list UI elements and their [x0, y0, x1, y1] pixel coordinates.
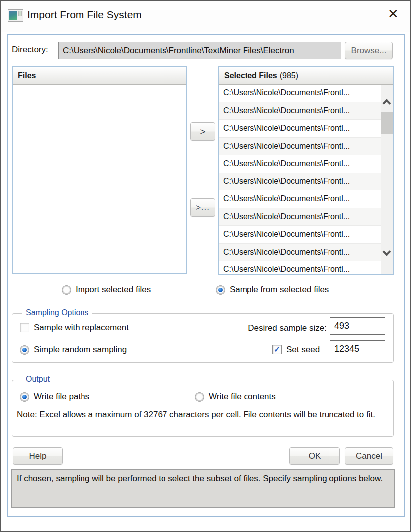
- seed-input[interactable]: [330, 340, 385, 357]
- selected-list-header: Selected Files (985): [219, 67, 393, 85]
- window-title: Import From File System: [27, 9, 142, 21]
- list-item[interactable]: C:\Users\Nicole\Documents\Frontl...: [219, 155, 381, 173]
- scrollbar-thumb[interactable]: [381, 112, 393, 134]
- files-list[interactable]: Files: [12, 66, 187, 274]
- selected-header-label: Selected Files: [224, 71, 277, 80]
- output-title: Output: [22, 375, 53, 384]
- close-icon[interactable]: ✕: [388, 7, 399, 20]
- files-header-label: Files: [18, 71, 36, 80]
- selected-header-count: (985): [280, 71, 298, 80]
- check-icon: ✓: [274, 346, 280, 354]
- app-icon-pane-small: [18, 11, 22, 16]
- header-corner-cell: [381, 67, 393, 84]
- write-file-contents-label[interactable]: Write file contents: [209, 392, 276, 402]
- directory-input[interactable]: [58, 42, 341, 59]
- status-message: If chosen, sampling will be performed to…: [11, 469, 395, 508]
- list-item[interactable]: C:\Users\Nicole\Documents\Frontl...: [219, 208, 381, 226]
- list-item[interactable]: C:\Users\Nicole\Documents\Frontl...: [219, 138, 381, 156]
- list-item[interactable]: C:\Users\Nicole\Documents\Frontl...: [219, 261, 381, 274]
- sample-from-selected-radio[interactable]: [216, 285, 225, 295]
- list-item[interactable]: C:\Users\Nicole\Documents\Frontl...: [219, 120, 381, 138]
- sample-with-replacement-checkbox[interactable]: [20, 323, 29, 332]
- selected-list-body[interactable]: C:\Users\Nicole\Documents\Frontl...C:\Us…: [219, 85, 393, 274]
- scrollbar[interactable]: [381, 85, 393, 274]
- list-item[interactable]: C:\Users\Nicole\Documents\Frontl...: [219, 85, 381, 102]
- files-list-header: Files: [13, 67, 186, 85]
- excel-note: Note: Excel allows a maximum of 32767 ch…: [17, 409, 382, 421]
- list-item[interactable]: C:\Users\Nicole\Documents\Frontl...: [219, 226, 381, 244]
- move-all-button[interactable]: >...: [190, 198, 215, 217]
- scroll-up-icon[interactable]: [383, 99, 391, 108]
- desired-sample-size-label: Desired sample size:: [232, 323, 327, 333]
- move-selected-button[interactable]: >: [190, 122, 215, 141]
- cancel-button[interactable]: Cancel: [345, 447, 393, 465]
- write-file-paths-label[interactable]: Write file paths: [34, 392, 89, 402]
- import-dialog: Import From File System ✕ Directory: Bro…: [0, 0, 411, 532]
- files-list-body[interactable]: [13, 85, 186, 273]
- set-seed-label[interactable]: Set seed: [286, 345, 320, 355]
- list-item[interactable]: C:\Users\Nicole\Documents\Frontl...: [219, 173, 381, 191]
- list-item[interactable]: C:\Users\Nicole\Documents\Frontl...: [219, 102, 381, 120]
- set-seed-checkbox[interactable]: ✓: [272, 345, 282, 354]
- directory-label: Directory:: [12, 45, 48, 55]
- simple-random-sampling-label[interactable]: Simple random sampling: [34, 345, 127, 355]
- sample-with-replacement-label[interactable]: Sample with replacement: [34, 323, 129, 333]
- output-group: Output: [12, 380, 394, 437]
- import-selected-label[interactable]: Import selected files: [76, 285, 151, 295]
- list-item[interactable]: C:\Users\Nicole\Documents\Frontl...: [219, 244, 381, 262]
- list-item[interactable]: C:\Users\Nicole\Documents\Frontl...: [219, 190, 381, 208]
- sampling-options-title: Sampling Options: [22, 308, 92, 317]
- ok-button[interactable]: OK: [289, 447, 340, 465]
- scroll-down-icon[interactable]: [383, 248, 391, 256]
- selected-files-list[interactable]: Selected Files (985) C:\Users\Nicole\Doc…: [218, 66, 394, 275]
- import-selected-radio[interactable]: [62, 285, 71, 295]
- app-icon-pane: [9, 11, 17, 20]
- help-button[interactable]: Help: [13, 447, 63, 465]
- app-icon: [8, 9, 23, 22]
- write-file-paths-radio[interactable]: [20, 392, 29, 402]
- browse-button[interactable]: Browse...: [345, 42, 393, 59]
- desired-sample-size-input[interactable]: [330, 317, 385, 335]
- title-bar: Import From File System ✕: [1, 1, 410, 32]
- simple-random-sampling-radio[interactable]: [20, 345, 29, 355]
- sample-from-selected-label[interactable]: Sample from selected files: [230, 285, 329, 295]
- write-file-contents-radio[interactable]: [195, 392, 204, 402]
